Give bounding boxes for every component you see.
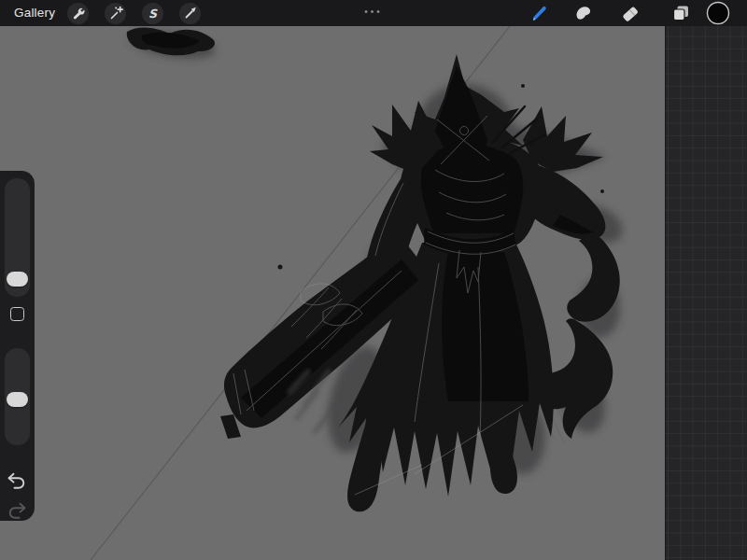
artwork	[0, 0, 665, 560]
layers-button[interactable]	[670, 3, 691, 23]
magic-wand-icon	[108, 6, 123, 21]
undo-icon	[6, 472, 28, 490]
canvas-outside-grid	[665, 0, 747, 560]
smudge-icon	[573, 3, 594, 23]
top-toolbar: Gallery S •••	[0, 0, 747, 26]
smudge-tool-button[interactable]	[573, 3, 594, 23]
eraser-icon	[620, 3, 641, 23]
wrench-icon	[71, 7, 85, 21]
selection-s-icon: S	[146, 7, 160, 21]
procreate-app: { "top_bar": { "gallery_label": "Gallery…	[0, 0, 747, 560]
paint-tool-button[interactable]	[529, 3, 550, 23]
brush-size-handle[interactable]	[7, 272, 28, 287]
erase-tool-button[interactable]	[620, 3, 641, 23]
color-swatch	[706, 1, 730, 25]
transform-arrow-icon	[183, 6, 198, 21]
paint-base	[127, 28, 620, 512]
brush-icon	[529, 3, 550, 23]
opacity-handle[interactable]	[7, 392, 28, 407]
brush-sidebar	[0, 171, 35, 521]
multitask-handle[interactable]: •••	[347, 0, 400, 24]
actions-button[interactable]	[67, 3, 89, 24]
gallery-button[interactable]: Gallery	[14, 0, 55, 26]
redo-button[interactable]	[6, 502, 28, 524]
undo-button[interactable]	[6, 472, 28, 494]
modify-button[interactable]	[10, 307, 24, 321]
svg-text:S: S	[148, 7, 158, 21]
redo-icon	[6, 502, 28, 520]
selection-button[interactable]: S	[142, 3, 163, 24]
transform-button[interactable]	[179, 3, 201, 24]
adjustments-button[interactable]	[105, 3, 126, 24]
layers-icon	[670, 3, 691, 23]
color-button[interactable]	[706, 1, 730, 25]
